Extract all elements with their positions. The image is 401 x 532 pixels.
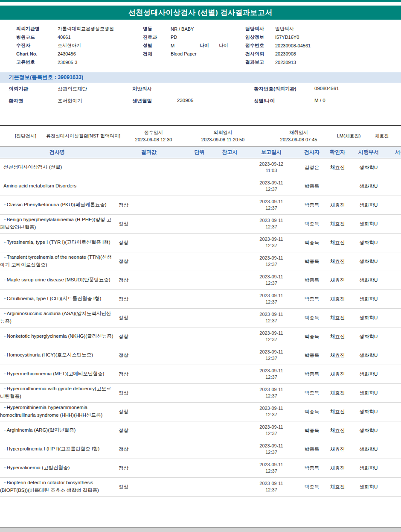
report-datetime: 2023-09-11 12:37 xyxy=(244,236,299,249)
result-value: 정상 xyxy=(114,484,183,490)
basic-info-field: 환자번호(의뢰기관) 090804561 xyxy=(254,86,339,92)
header-field: 고유번호 230905-3 xyxy=(16,58,143,67)
order-category-tag: [진단검사] xyxy=(0,133,43,139)
datetime-value: 2023-09-08 12:30 xyxy=(124,136,183,143)
result-row: ··Citrullinemia, type I (CIT)(시트룰린혈증 I형)… xyxy=(0,290,401,309)
confirmer-name: 채효진 xyxy=(325,333,350,340)
result-value: 정상 xyxy=(114,427,183,434)
basic-info-field: 의뢰기관 삼광의료재단 xyxy=(9,86,132,92)
field-value xyxy=(177,86,254,92)
confirmer-name: 채효진 xyxy=(325,352,350,359)
report-date: 2023-09-11 xyxy=(244,292,299,299)
report-datetime: 2023-09-11 12:37 xyxy=(244,405,299,418)
field-label: 환자명 xyxy=(9,98,58,104)
report-datetime: 2023-09-11 12:37 xyxy=(244,349,299,362)
tester-name: 박종득 xyxy=(299,258,325,265)
tester-name: 박종득 xyxy=(299,484,325,490)
report-time: 12:37 xyxy=(244,318,299,324)
tester-name: 박종득 xyxy=(299,202,325,208)
report-datetime: 2023-09-11 12:37 xyxy=(244,480,299,493)
field-label: 진료과 xyxy=(143,34,171,41)
field-value: Blood Paper xyxy=(171,51,200,56)
department: 생화학U xyxy=(350,371,387,377)
header-field: 담당의사 일반의사 xyxy=(245,25,401,33)
result-row: ··Hypervalinemia (고발린혈증) 정상 2023-09-11 1… xyxy=(0,459,401,478)
tester-name: 박종득 xyxy=(299,315,325,321)
report-date: 2023-09-11 xyxy=(244,199,299,205)
report-datetime: 2023-09-11 12:37 xyxy=(244,274,299,286)
tester-name: 박종득 xyxy=(299,221,325,227)
field-value: 20230913 xyxy=(275,60,296,65)
header-field: 의뢰기관명 가톨릭대학교은평성모병원 xyxy=(16,25,143,33)
test-name: ··Hyperornithinemia with gyrate deficien… xyxy=(0,385,114,400)
report-time: 12:37 xyxy=(244,205,299,211)
order-datetime: 접수일시 2023-09-08 12:30 xyxy=(124,129,183,143)
confirmer-name: 채효진 xyxy=(325,277,350,284)
test-name: ··Hyperprolinemia I (HP I)(고프롤린혈증 I형) xyxy=(0,445,114,453)
test-name: ··Citrullinemia, type I (CIT)(시트룰린혈증 I형) xyxy=(0,295,114,303)
test-name: ··Argininosuccinic aciduria (ASA)(알지노석시닌… xyxy=(0,310,114,325)
header-column-right: 담당의사 일반의사 임상정보 I57YD16Y0 접수번호 20230908-0… xyxy=(245,25,401,67)
report-time: 12:37 xyxy=(244,243,299,249)
report-date: 2023-09-11 xyxy=(244,386,299,393)
report-datetime: 2023-09-11 12:37 xyxy=(244,462,299,474)
report-time: 12:37 xyxy=(244,224,299,230)
datetime-value: 2023-09-08 07:45 xyxy=(262,136,335,143)
report-time: 12:37 xyxy=(244,186,299,193)
results-header-cell: 서식 xyxy=(387,149,401,156)
field-value: M xyxy=(171,43,200,48)
report-time: 12:37 xyxy=(244,355,299,362)
tester-name: 박종득 xyxy=(299,409,325,415)
header-column-left: 의뢰기관명 가톨릭대학교은평성모병원 병원코드 40661 수진자 조서현아기 … xyxy=(16,25,143,67)
header-field: 임상정보 I57YD16Y0 xyxy=(245,33,401,42)
report-datetime: 2023-09-11 12:37 xyxy=(244,292,299,305)
page-bottom-edge xyxy=(0,527,401,532)
field-label: 의뢰기관명 xyxy=(16,26,58,32)
report-date: 2023-09-11 xyxy=(244,424,299,430)
results-header-cell: 결과값 xyxy=(114,149,183,156)
confirmer-name: 채효진 xyxy=(325,427,350,434)
test-name: ··Tyrosinemia, type I (TYR I)(고타이로신혈증 I형… xyxy=(0,239,114,246)
test-name: ··Hypermethioninemia (MET)(고메티오닌혈증) xyxy=(0,370,114,378)
field-label: 수진자 xyxy=(16,42,58,49)
tester-name: 박종득 xyxy=(299,296,325,302)
test-name: ··Transient tyrosinemia of the neonate (… xyxy=(0,254,114,269)
order-datetime: 의뢰일시 2023-09-08 11:20:50 xyxy=(183,129,262,143)
header-field: 성별 M 나이 나이 xyxy=(143,41,245,50)
confirmer-name: 채효진 xyxy=(325,315,350,321)
tester-name: 박종득 xyxy=(299,240,325,246)
field-label: 검체 xyxy=(143,51,171,57)
department: 생화학U xyxy=(350,409,387,415)
result-row: 선천성대사이상검사 (선별) 2023-09-12 11:03 김정은 채효진 … xyxy=(0,158,401,177)
datetime-label: 접수일시 xyxy=(124,129,183,136)
test-name: ··Hyperornithinemia-hyperammonemia-homoc… xyxy=(0,404,114,419)
result-row: ··Tyrosinemia, type I (TYR I)(고타이로신혈증 I형… xyxy=(0,234,401,252)
result-row: ··Argininemia (ARG)(알지닌혈증) 정상 2023-09-11… xyxy=(0,421,401,440)
confirmer-name: 채효진 xyxy=(325,390,350,396)
result-row: ··Classic Phenylketonuria (PKU)(페닐케톤뇨증) … xyxy=(0,196,401,215)
field-value: 230905-3 xyxy=(58,60,78,65)
confirmer-name: 채효진 xyxy=(325,240,350,246)
report-datetime: 2023-09-11 12:37 xyxy=(244,255,299,268)
department: 생화학U xyxy=(350,446,387,453)
header-field: 병동 NR / BABY xyxy=(143,25,245,33)
report-datetime: 2023-09-11 12:37 xyxy=(244,424,299,437)
basic-info-row: 의뢰기관 삼광의료재단 처방의사 환자번호(의뢰기관) 090804561 xyxy=(0,83,401,95)
department: 생화학U xyxy=(350,221,387,227)
report-time: 12:37 xyxy=(244,430,299,437)
test-name: ··Argininemia (ARG)(알지닌혈증) xyxy=(0,427,114,434)
result-row: ··Homocystinuria (HCY)(호모시스틴뇨증) 정상 2023-… xyxy=(0,346,401,365)
top-accent-strip xyxy=(0,0,401,2)
test-name: 선천성대사이상검사 (선별) xyxy=(0,164,114,171)
header-column-middle: 병동 NR / BABY 진료과 PD 성별 M 나이 나이 검체 B xyxy=(143,25,245,67)
order-datetimes: 접수일시 2023-09-08 12:30 의뢰일시 2023-09-08 11… xyxy=(124,129,335,143)
tester-name: 박종득 xyxy=(299,427,325,434)
field-label: 병동 xyxy=(143,26,171,32)
field-label: 처방의사 xyxy=(132,86,177,92)
field-value: NR / BABY xyxy=(171,26,200,32)
datetime-label: 의뢰일시 xyxy=(183,129,262,136)
department: 생화학U xyxy=(350,390,387,396)
confirmer-name: 채효진 xyxy=(325,371,350,377)
report-datetime: 2023-09-12 11:03 xyxy=(244,161,299,174)
result-value: 정상 xyxy=(114,240,183,246)
